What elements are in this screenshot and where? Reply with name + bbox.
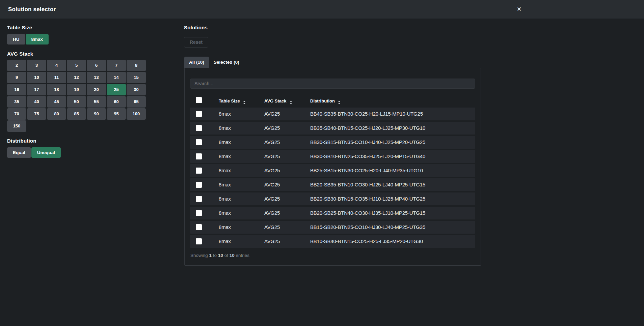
avg-stack-option-70[interactable]: 70 (7, 108, 26, 120)
avg-stack-option-2[interactable]: 2 (7, 60, 26, 71)
cell-distribution: BB30-SB10-BTN25-CO35-HJ25-LJ20-MP15-UTG4… (310, 150, 425, 163)
avg-stack-option-16[interactable]: 16 (7, 84, 26, 95)
footer-text: to (213, 253, 217, 258)
table-body: 8maxAVG25BB40-SB35-BTN30-CO25-H20-LJ15-M… (190, 108, 475, 249)
sort-icon (243, 101, 246, 104)
avg-stack-option-75[interactable]: 75 (27, 108, 46, 120)
avg-stack-option-20[interactable]: 20 (87, 84, 106, 95)
avg-stack-option-6[interactable]: 6 (87, 60, 106, 71)
avg-stack-option-7[interactable]: 7 (107, 60, 126, 71)
avg-stack-option-14[interactable]: 14 (107, 72, 126, 83)
table-row[interactable]: 8maxAVG25BB20-SB35-BTN10-CO30-HJ25-LJ40-… (190, 178, 475, 191)
vertical-divider (173, 87, 173, 216)
cell-distribution: BB15-SB20-BTN25-CO10-HJ30-LJ40-MP25-UTG3… (310, 221, 425, 234)
avg-stack-option-17[interactable]: 17 (27, 84, 46, 95)
avg-stack-option-150[interactable]: 150 (7, 120, 26, 132)
tab-selected-0[interactable]: Selected (0) (209, 57, 244, 68)
cell-table-size: 8max (219, 164, 231, 177)
avg-stack-option-12[interactable]: 12 (67, 72, 86, 83)
row-checkbox[interactable] (196, 238, 202, 244)
cell-avg-stack: AVG25 (264, 164, 280, 177)
table-row[interactable]: 8maxAVG25BB10-SB40-BTN15-CO25-H25-LJ35-M… (190, 235, 475, 248)
avg-stack-option-19[interactable]: 19 (67, 84, 86, 95)
table-row[interactable]: 8maxAVG25BB15-SB20-BTN25-CO10-HJ30-LJ40-… (190, 221, 475, 234)
avg-stack-option-4[interactable]: 4 (47, 60, 66, 71)
avg-stack-option-15[interactable]: 15 (127, 72, 146, 83)
avg-stack-option-10[interactable]: 10 (27, 72, 46, 83)
tab-all-10[interactable]: All (10) (184, 57, 209, 68)
row-checkbox[interactable] (196, 139, 202, 145)
row-checkbox[interactable] (196, 224, 202, 230)
distribution-group: EqualUnequal (7, 147, 61, 158)
cell-table-size: 8max (219, 221, 231, 234)
avg-stack-option-50[interactable]: 50 (67, 96, 86, 108)
avg-stack-option-13[interactable]: 13 (87, 72, 106, 83)
avg-stack-option-40[interactable]: 40 (27, 96, 46, 108)
row-checkbox[interactable] (196, 168, 202, 174)
footer-total: 10 (230, 253, 235, 258)
table-row[interactable]: 8maxAVG25BB20-SB25-BTN40-CO30-HJ35-LJ10-… (190, 207, 475, 219)
table-row[interactable]: 8maxAVG25BB25-SB15-BTN30-CO25-H20-LJ40-M… (190, 164, 475, 177)
cell-avg-stack: AVG25 (264, 108, 280, 120)
distribution-option-equal[interactable]: Equal (7, 147, 31, 158)
select-all-checkbox[interactable] (196, 97, 202, 103)
table-row[interactable]: 8maxAVG25BB40-SB35-BTN30-CO25-H20-LJ15-M… (190, 108, 475, 120)
row-checkbox[interactable] (196, 196, 202, 202)
cell-table-size: 8max (219, 108, 231, 120)
row-checkbox[interactable] (196, 111, 202, 117)
avg-stack-option-8[interactable]: 8 (127, 60, 146, 71)
table-header-row: Table Size AVG Stack Distribution (190, 95, 475, 107)
sort-icon (338, 101, 341, 104)
row-checkbox[interactable] (196, 125, 202, 131)
search-input[interactable] (190, 79, 475, 89)
avg-stack-option-9[interactable]: 9 (7, 72, 26, 83)
table-row[interactable]: 8maxAVG25BB20-SB30-BTN15-CO35-HJ10-LJ25-… (190, 192, 475, 205)
avg-stack-option-60[interactable]: 60 (107, 96, 126, 108)
table-size-label: Table Size (7, 25, 32, 30)
close-icon[interactable]: ✕ (514, 5, 524, 14)
avg-stack-option-35[interactable]: 35 (7, 96, 26, 108)
cell-distribution: BB35-SB40-BTN15-CO25-HJ20-LJ25-MP30-UTG1… (310, 122, 425, 135)
cell-avg-stack: AVG25 (264, 235, 280, 248)
cell-distribution: BB20-SB35-BTN10-CO30-HJ25-LJ40-MP25-UTG1… (310, 178, 425, 191)
cell-avg-stack: AVG25 (264, 136, 280, 149)
table-row[interactable]: 8maxAVG25BB35-SB40-BTN15-CO25-HJ20-LJ25-… (190, 122, 475, 135)
cell-distribution: BB20-SB25-BTN40-CO30-HJ35-LJ10-MP25-UTG1… (310, 207, 425, 219)
table-size-option-hu[interactable]: HU (7, 34, 25, 45)
column-header-label: AVG Stack (264, 98, 287, 103)
cell-table-size: 8max (219, 150, 231, 163)
solutions-panel: Table Size AVG Stack Distribution 8maxAV… (184, 68, 481, 266)
avg-stack-label: AVG Stack (7, 51, 33, 57)
avg-stack-option-18[interactable]: 18 (47, 84, 66, 95)
avg-stack-option-55[interactable]: 55 (87, 96, 106, 108)
avg-stack-option-90[interactable]: 90 (87, 108, 106, 120)
avg-stack-option-3[interactable]: 3 (27, 60, 46, 71)
avg-stack-option-25[interactable]: 25 (107, 84, 126, 95)
reset-button[interactable]: Reset (184, 37, 208, 48)
distribution-option-unequal[interactable]: Unequal (31, 147, 61, 158)
row-checkbox[interactable] (196, 182, 202, 188)
cell-avg-stack: AVG25 (264, 207, 280, 219)
page-title: Solution selector (8, 0, 56, 19)
avg-stack-option-11[interactable]: 11 (47, 72, 66, 83)
row-checkbox[interactable] (196, 210, 202, 216)
avg-stack-option-85[interactable]: 85 (67, 108, 86, 120)
column-header-distribution[interactable]: Distribution (310, 95, 341, 107)
avg-stack-option-65[interactable]: 65 (127, 96, 146, 108)
column-header-table-size[interactable]: Table Size (219, 95, 246, 107)
avg-stack-option-30[interactable]: 30 (127, 84, 146, 95)
table-row[interactable]: 8maxAVG25BB30-SB15-BTN35-CO10-HJ40-LJ25-… (190, 136, 475, 149)
avg-stack-option-5[interactable]: 5 (67, 60, 86, 71)
cell-distribution: BB25-SB15-BTN30-CO25-H20-LJ40-MP35-UTG10 (310, 164, 423, 177)
avg-stack-option-95[interactable]: 95 (107, 108, 126, 120)
avg-stack-option-45[interactable]: 45 (47, 96, 66, 108)
avg-stack-option-100[interactable]: 100 (127, 108, 146, 120)
table-row[interactable]: 8maxAVG25BB30-SB10-BTN25-CO35-HJ25-LJ20-… (190, 150, 475, 163)
avg-stack-option-80[interactable]: 80 (47, 108, 66, 120)
row-checkbox[interactable] (196, 153, 202, 159)
table-size-option-8max[interactable]: 8max (26, 34, 49, 45)
cell-table-size: 8max (219, 235, 231, 248)
cell-distribution: BB40-SB35-BTN30-CO25-H20-LJ15-MP10-UTG25 (310, 108, 423, 120)
column-header-avg-stack[interactable]: AVG Stack (264, 95, 292, 107)
cell-avg-stack: AVG25 (264, 150, 280, 163)
